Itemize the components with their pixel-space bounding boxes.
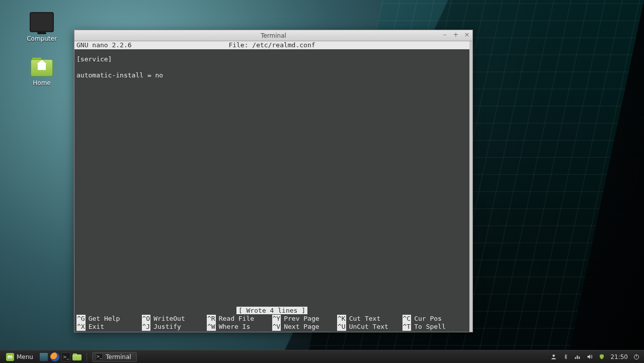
window-title: Terminal xyxy=(261,32,286,39)
window-titlebar[interactable]: Terminal – + × xyxy=(74,30,472,41)
show-desktop-button[interactable] xyxy=(39,352,48,361)
desktop-icon-home[interactable]: Home xyxy=(19,56,64,86)
maximize-button[interactable]: + xyxy=(452,31,459,38)
desktop-icon-computer[interactable]: Computer xyxy=(19,12,64,42)
terminal-icon: >_ xyxy=(96,353,103,360)
terminal-launcher[interactable]: >_ xyxy=(61,352,70,361)
files-launcher[interactable] xyxy=(72,352,82,361)
home-folder-icon xyxy=(30,56,54,76)
terminal-content[interactable]: GNU nano 2.2.6 File: /etc/realmd.conf [s… xyxy=(74,41,472,332)
nano-footer: ^GGet Help ^OWriteOut ^RRead File ^YPrev… xyxy=(74,315,469,332)
close-button[interactable]: × xyxy=(463,31,470,38)
session-icon[interactable] xyxy=(633,353,640,360)
nano-version: GNU nano 2.2.6 xyxy=(76,41,205,49)
bluetooth-icon[interactable] xyxy=(562,353,569,360)
firefox-launcher[interactable] xyxy=(50,352,59,361)
menu-button[interactable]: m Menu xyxy=(2,352,37,362)
desktop-icon-label: Computer xyxy=(19,35,64,42)
monitor-icon xyxy=(30,12,54,32)
taskbar-divider xyxy=(87,352,87,361)
shortcut-get-help: ^GGet Help xyxy=(76,315,142,323)
nano-header: GNU nano 2.2.6 File: /etc/realmd.conf xyxy=(74,41,469,49)
shortcut-to-spell: ^TTo Spell xyxy=(403,323,468,331)
shortcut-justify: ^JJustify xyxy=(142,323,207,331)
shortcut-prev-page: ^YPrev Page xyxy=(272,315,338,323)
svg-point-0 xyxy=(552,354,554,356)
mint-logo-icon: m xyxy=(6,353,14,361)
volume-icon[interactable] xyxy=(586,353,593,360)
shortcut-writeout: ^OWriteOut xyxy=(142,315,207,323)
shortcut-where-is: ^WWhere Is xyxy=(207,323,272,331)
nano-status: [ Wrote 4 lines ] xyxy=(74,307,469,315)
network-icon[interactable] xyxy=(574,353,581,360)
shield-icon[interactable] xyxy=(598,353,605,360)
nano-body: [service] automatic-install = no xyxy=(74,49,469,79)
shortcut-cut-text: ^KCut Text xyxy=(337,315,403,323)
taskbar-item-terminal[interactable]: >_ Terminal xyxy=(92,352,137,362)
terminal-window: Terminal – + × GNU nano 2.2.6 File: /etc… xyxy=(74,30,473,332)
shortcut-uncut-text: ^UUnCut Text xyxy=(337,323,403,331)
minimize-button[interactable]: – xyxy=(441,31,448,38)
shortcut-cur-pos: ^CCur Pos xyxy=(403,315,468,323)
desktop[interactable]: Computer Home Terminal – + × GNU nano 2.… xyxy=(0,0,644,363)
taskbar: m Menu >_ >_ Terminal xyxy=(0,350,644,363)
user-icon[interactable] xyxy=(550,353,557,360)
system-tray: 21:50 xyxy=(550,353,644,360)
shortcut-next-page: ^VNext Page xyxy=(272,323,338,331)
nano-file-label: File: /etc/realmd.conf xyxy=(205,41,338,49)
desktop-icon-label: Home xyxy=(19,79,64,86)
menu-label: Menu xyxy=(17,353,33,360)
taskbar-item-label: Terminal xyxy=(106,353,131,360)
shortcut-read-file: ^RRead File xyxy=(207,315,272,323)
shortcut-exit: ^XExit xyxy=(76,323,142,331)
clock[interactable]: 21:50 xyxy=(610,353,628,360)
